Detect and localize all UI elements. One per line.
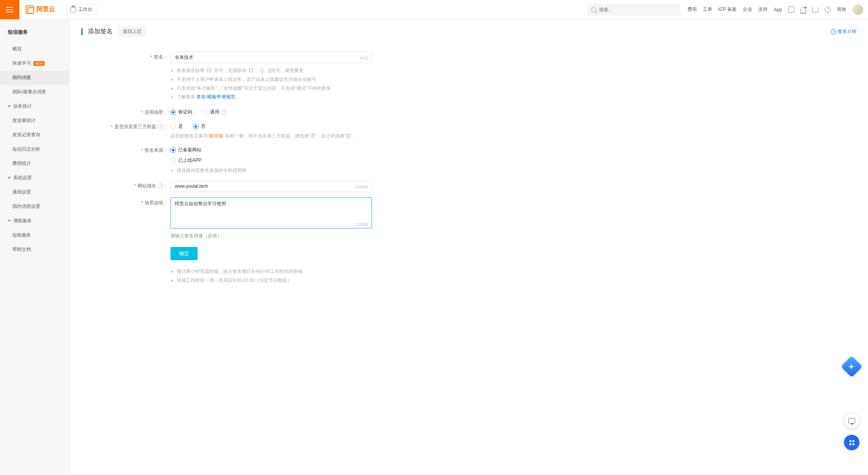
menu-toggle[interactable] <box>0 0 19 19</box>
radio-icon <box>170 158 176 163</box>
back-button[interactable]: 返回上层 <box>118 26 146 37</box>
new-badge: NEW <box>33 61 45 66</box>
nav-fee[interactable]: 费用 <box>687 6 697 13</box>
label-source: 签名来源 <box>145 147 163 154</box>
hint-more: 了解更多 签名/模板申请规范 <box>177 93 372 101</box>
nav-app[interactable]: App <box>774 7 782 12</box>
avatar[interactable] <box>852 4 863 15</box>
grid-icon <box>849 440 854 445</box>
nav-support[interactable]: 支持 <box>758 6 768 13</box>
thirdparty-hint: 若您的签名主体与"郝先瑞"名称一致，则不涉及第三方权益，请选择"否"。反之则选择… <box>170 133 372 139</box>
sidebar-group-stats[interactable]: 业务统计 <box>0 99 69 113</box>
search-icon <box>591 7 596 12</box>
hint-text: 不支持个人用户申请未上线业务，若产品未上线建议先升级企业账号 <box>177 75 372 84</box>
source-hint: 请选择对应签名来源的全称或简称 <box>177 166 372 175</box>
radio-icon <box>193 124 198 129</box>
label-desc: 场景说明 <box>145 200 163 206</box>
nav-enterprise[interactable]: 企业 <box>743 6 752 13</box>
caret-icon <box>8 105 11 107</box>
divider <box>60 6 61 14</box>
desc-counter: 11/500 <box>355 222 368 227</box>
home-icon <box>71 7 76 12</box>
sidebar-item-intl[interactable]: 国际/港澳台消息 <box>0 85 69 99</box>
question-icon[interactable]: ? <box>222 110 227 115</box>
signature-input[interactable] <box>170 51 372 63</box>
sidebar-item-helpdoc[interactable]: 帮助文档 <box>0 242 69 257</box>
sidebar-group-addon[interactable]: 增值服务 <box>0 214 69 228</box>
workbench-button[interactable]: 工作台 <box>66 4 96 15</box>
sidebar-item-overview[interactable]: 概览 <box>0 42 69 56</box>
sidebar-item-feestats[interactable]: 费用统计 <box>0 156 69 171</box>
radio-source-app[interactable]: 已上线APP <box>170 157 372 164</box>
radio-icon <box>170 110 176 115</box>
hamburger-icon <box>6 7 13 12</box>
lang-switch[interactable]: 简体 <box>837 6 846 13</box>
help-link[interactable]: ? 签名介绍 <box>831 28 856 35</box>
radio-third-no[interactable]: 否 <box>193 123 205 130</box>
logo[interactable]: 阿里云 <box>26 5 55 14</box>
page-title: 添加签名 <box>88 27 113 36</box>
caret-icon <box>8 177 11 179</box>
nav-icp[interactable]: ICP 备案 <box>718 6 737 13</box>
hint-text: 不支持如"客户服务"、"友情提醒"等过于宽泛内容，不支持"测试"字样的签名 <box>177 84 372 93</box>
apps-button[interactable] <box>844 435 859 450</box>
radio-third-yes[interactable]: 是 <box>170 123 183 130</box>
sidebar-item-sendrecord[interactable]: 发送记录查询 <box>0 128 69 142</box>
chat-icon <box>848 418 855 424</box>
radio-scene-verify[interactable]: 验证码 <box>170 109 192 115</box>
radio-icon <box>170 124 176 129</box>
caret-icon <box>8 220 11 222</box>
sidebar-item-shortlink[interactable]: 短链服务 <box>0 228 69 242</box>
notification-dot <box>804 7 806 9</box>
desc-textarea[interactable] <box>170 197 372 228</box>
workbench-label: 工作台 <box>78 6 92 13</box>
signature-counter: 4/12 <box>360 56 368 60</box>
sidebar-item-smslog[interactable]: 短信日志分析 <box>0 142 69 156</box>
sidebar-group-settings[interactable]: 系统设置 <box>0 171 69 185</box>
feedback-button[interactable] <box>844 413 859 429</box>
submit-button[interactable]: 确定 <box>170 247 198 260</box>
nav-ticket[interactable]: 工单 <box>703 6 712 13</box>
sidebar-item-domestic[interactable]: 国内消息 <box>0 70 69 85</box>
domain-input[interactable] <box>170 180 372 192</box>
radio-icon <box>202 110 208 115</box>
sidebar: 短信服务 概览 快速学习 NEW 国内消息 国际/港澳台消息 业务统计 发送量统… <box>0 19 70 475</box>
bell-icon[interactable] <box>801 7 806 12</box>
hint-text: 签名发送自带【】符号，无须添加【】、()、[]符号，避免重复 <box>177 66 372 75</box>
question-icon: ? <box>831 29 836 34</box>
radio-icon <box>170 147 176 153</box>
footer-hint: 预计两小时完成审核，政企签名预计在48小时工作时间内审核 <box>177 267 372 276</box>
logo-text: 阿里云 <box>36 5 55 14</box>
sidebar-item-general[interactable]: 通用设置 <box>0 185 69 199</box>
logo-icon <box>26 5 34 14</box>
cloudshell-icon[interactable] <box>788 7 794 13</box>
label-thirdparty: 是否涉及第三方权益 <box>114 123 156 130</box>
cart-icon[interactable] <box>812 7 818 12</box>
label-signature: 签名 <box>154 54 163 60</box>
bird-icon <box>848 363 856 370</box>
radio-source-web[interactable]: 已备案网站 <box>170 147 372 153</box>
search-box[interactable] <box>587 4 680 15</box>
sidebar-title: 短信服务 <box>0 26 69 42</box>
sidebar-item-domesticset[interactable]: 国内消息设置 <box>0 199 69 214</box>
spec-link[interactable]: 签名/模板申请规范 <box>196 94 235 99</box>
help-icon[interactable]: ? <box>825 7 831 13</box>
label-scene: 适用场景 <box>145 109 163 116</box>
radio-scene-general[interactable]: 通用? <box>202 109 227 115</box>
title-accent <box>81 28 83 35</box>
desc-hint: 请输入签名用途（必填） <box>170 233 372 239</box>
sidebar-item-quicklearn[interactable]: 快速学习 NEW <box>0 56 69 70</box>
question-icon[interactable]: ? <box>158 124 163 130</box>
search-input[interactable] <box>599 7 677 12</box>
domain-counter: 15/500 <box>355 185 368 189</box>
question-icon[interactable]: ? <box>158 183 163 189</box>
footer-hint: 审核工作时间：周一至周日9:00-23:00（法定节日顺延） <box>177 276 372 285</box>
sidebar-item-sendstats[interactable]: 发送量统计 <box>0 113 69 128</box>
label-domain: 网站域名 <box>138 183 156 189</box>
